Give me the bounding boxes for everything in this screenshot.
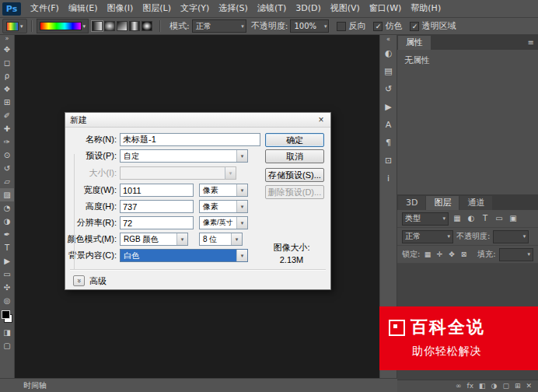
- menu-filter[interactable]: 滤镜(T): [253, 0, 291, 17]
- menu-edit[interactable]: 编辑(E): [64, 0, 103, 17]
- width-unit-select[interactable]: 像素 ▾: [199, 184, 248, 197]
- screen-mode-icon[interactable]: ▢: [0, 339, 14, 352]
- lock-position-icon[interactable]: ✥: [447, 250, 456, 258]
- layer-opacity-select[interactable]: ▾: [493, 230, 529, 243]
- history-brush-tool[interactable]: ↺: [0, 162, 14, 175]
- reflected-gradient-icon[interactable]: [129, 21, 140, 31]
- eraser-tool[interactable]: ▱: [0, 175, 14, 188]
- quick-mask-icon[interactable]: ◨: [0, 326, 14, 339]
- info-panel-icon[interactable]: i: [380, 170, 397, 187]
- expand-panels-icon[interactable]: «: [386, 35, 390, 44]
- timeline-label[interactable]: 时间轴: [23, 380, 47, 391]
- dodge-tool[interactable]: ◑: [0, 215, 14, 228]
- lock-transparent-icon[interactable]: ▦: [423, 250, 431, 258]
- quick-selection-tool[interactable]: ❖: [0, 82, 14, 96]
- transparency-checkbox[interactable]: ✓ 透明区域: [410, 20, 456, 32]
- opacity-select[interactable]: 100% ▾: [290, 19, 329, 33]
- diamond-gradient-icon[interactable]: [141, 21, 152, 31]
- layer-group-icon[interactable]: ▢: [502, 380, 509, 392]
- layer-fill-select[interactable]: ▾: [499, 248, 533, 261]
- menu-type[interactable]: 文字(Y): [176, 0, 214, 17]
- zoom-tool[interactable]: ◎: [0, 294, 14, 307]
- layer-style-icon[interactable]: fx: [467, 380, 474, 392]
- lasso-tool[interactable]: ρ: [0, 69, 14, 82]
- reverse-checkbox[interactable]: 反向: [337, 20, 365, 32]
- clone-stamp-tool[interactable]: ⊙: [0, 149, 14, 162]
- menu-window[interactable]: 窗口(W): [365, 0, 406, 17]
- new-layer-icon[interactable]: ⊞: [515, 380, 521, 392]
- tab-properties[interactable]: 属性: [398, 36, 431, 50]
- ok-button[interactable]: 确定: [265, 133, 324, 147]
- adjustment-filter-icon[interactable]: ◐: [466, 213, 477, 224]
- pen-tool[interactable]: ✒: [0, 228, 14, 241]
- path-selection-tool[interactable]: ▶: [0, 254, 14, 268]
- smart-object-filter-icon[interactable]: ▣: [508, 213, 519, 224]
- mode-select[interactable]: 正常 ▾: [192, 19, 246, 33]
- dither-checkbox[interactable]: ✓ 仿色: [373, 20, 402, 32]
- resolution-input[interactable]: [120, 216, 194, 229]
- hand-tool[interactable]: ✣: [0, 281, 14, 294]
- menu-file[interactable]: 文件(F): [26, 0, 64, 17]
- height-unit-select[interactable]: 像素 ▾: [199, 200, 248, 213]
- toolbar-collapse-icon[interactable]: »: [5, 35, 9, 43]
- foreground-color-swatch[interactable]: [2, 310, 10, 319]
- shape-filter-icon[interactable]: ▭: [494, 213, 505, 224]
- color-swatches[interactable]: [0, 309, 14, 324]
- close-icon[interactable]: ×: [315, 114, 327, 125]
- preset-select[interactable]: 自定 ▾: [120, 149, 248, 163]
- character-panel-icon[interactable]: A: [380, 116, 397, 134]
- dialog-title-bar[interactable]: 新建 ×: [65, 113, 330, 128]
- resolution-unit-select[interactable]: 像素/英寸 ▾: [199, 216, 248, 229]
- width-input[interactable]: [120, 184, 194, 197]
- save-preset-button[interactable]: 存储预设(S)...: [265, 168, 324, 182]
- blur-tool[interactable]: ◔: [0, 201, 14, 215]
- lock-all-icon[interactable]: ⊠: [459, 250, 468, 258]
- name-input[interactable]: [120, 133, 260, 146]
- gradient-preview[interactable]: ▾: [37, 19, 89, 33]
- link-layers-icon[interactable]: ∞: [456, 380, 462, 392]
- crop-tool[interactable]: ⊞: [0, 96, 14, 109]
- shape-tool[interactable]: ▭: [0, 268, 14, 281]
- bit-depth-select[interactable]: 8 位 ▾: [199, 233, 243, 246]
- height-input[interactable]: [120, 200, 194, 213]
- move-tool[interactable]: ✥: [0, 43, 14, 56]
- tool-preset-picker[interactable]: ▾: [2, 19, 27, 33]
- angle-gradient-icon[interactable]: [117, 21, 128, 31]
- filter-kind-select[interactable]: 类型 ▾: [402, 212, 449, 226]
- history-panel-icon[interactable]: ↺: [380, 80, 397, 98]
- menu-layer[interactable]: 图层(L): [138, 0, 176, 17]
- adjustment-layer-icon[interactable]: ◑: [491, 380, 498, 392]
- blend-mode-select[interactable]: 正常 ▾: [402, 230, 453, 243]
- actions-panel-icon[interactable]: ▶: [380, 98, 397, 116]
- advanced-toggle-button[interactable]: »: [73, 275, 85, 286]
- layer-mask-icon[interactable]: ◧: [479, 380, 486, 392]
- menu-select[interactable]: 选择(S): [214, 0, 253, 17]
- styles-panel-icon[interactable]: ▤: [380, 62, 397, 80]
- eyedropper-tool[interactable]: ✐: [0, 109, 14, 122]
- menu-image[interactable]: 图像(I): [102, 0, 138, 17]
- type-filter-icon[interactable]: T: [480, 213, 491, 224]
- delete-layer-icon[interactable]: ✕: [526, 380, 532, 392]
- pixel-filter-icon[interactable]: ▦: [452, 213, 463, 224]
- adjustments-panel-icon[interactable]: ◐: [380, 44, 397, 62]
- tab-3d[interactable]: 3D: [398, 196, 425, 210]
- color-mode-select[interactable]: RGB 颜色 ▾: [120, 233, 188, 246]
- clone-source-panel-icon[interactable]: ⊡: [380, 152, 397, 170]
- paragraph-panel-icon[interactable]: ¶: [380, 134, 397, 152]
- menu-help[interactable]: 帮助(H): [406, 0, 445, 17]
- radial-gradient-icon[interactable]: [104, 21, 115, 31]
- tab-channels[interactable]: 通道: [459, 196, 492, 210]
- type-tool[interactable]: T: [0, 241, 14, 254]
- marquee-tool[interactable]: ◻: [0, 56, 14, 69]
- linear-gradient-icon[interactable]: [92, 21, 103, 31]
- cancel-button[interactable]: 取消: [265, 149, 324, 163]
- menu-3d[interactable]: 3D(D): [291, 0, 326, 17]
- panel-menu-icon[interactable]: ≡: [528, 36, 538, 50]
- lock-pixels-icon[interactable]: ✛: [435, 250, 444, 258]
- brush-tool[interactable]: ✑: [0, 135, 14, 149]
- healing-brush-tool[interactable]: ✚: [0, 122, 14, 135]
- gradient-tool[interactable]: ▨: [0, 188, 14, 201]
- background-select[interactable]: 白色 ▾: [120, 249, 248, 262]
- menu-view[interactable]: 视图(V): [326, 0, 365, 17]
- tab-layers[interactable]: 图层: [426, 196, 459, 210]
